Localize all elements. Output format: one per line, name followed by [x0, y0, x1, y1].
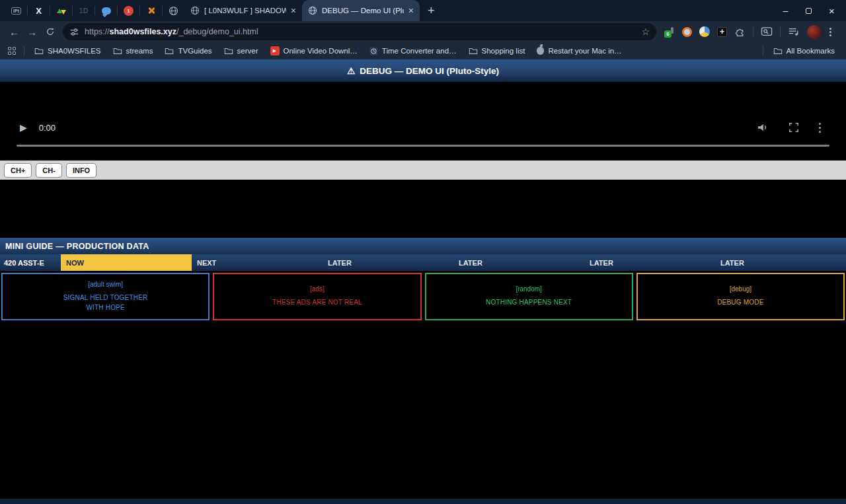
bookmark-folder-tvguides[interactable]: TVGuides [159, 44, 217, 58]
plus-extension-icon[interactable]: + [717, 27, 727, 37]
tab-debug-demo-ui[interactable]: DEBUG — Demo UI (Pluto-Style × [302, 0, 420, 21]
clock-icon [369, 47, 378, 55]
bookmark-folder-streams[interactable]: streams [107, 44, 159, 58]
maximize-icon [806, 8, 812, 14]
pinned-tab-orange-x[interactable] [140, 1, 162, 20]
channel-up-button[interactable]: CH+ [4, 163, 32, 178]
guide-slot-later-2[interactable]: LATER [453, 254, 584, 271]
close-icon[interactable]: × [408, 6, 414, 15]
video-controls: ▶ 0:00 [0, 122, 846, 133]
apps-grid-icon[interactable] [8, 47, 16, 55]
extensions-puzzle-icon[interactable] [734, 26, 746, 38]
video-progress-bar[interactable] [17, 145, 829, 147]
video-menu-icon[interactable] [819, 123, 821, 133]
bookmark-label: Time Converter and… [382, 47, 457, 55]
close-icon[interactable]: × [291, 6, 296, 15]
side-panel-search-icon[interactable] [761, 26, 773, 37]
guide-slot-later-4[interactable]: LATER [715, 254, 846, 271]
warning-icon: ⚠ [347, 65, 355, 76]
tab-shadows-files[interactable]: [ L0N3WULF ] SHADOWS' FILES × [184, 0, 302, 21]
profile-avatar[interactable] [807, 25, 821, 39]
card-tag: [adult swim] [88, 281, 123, 288]
all-bookmarks-button[interactable]: All Bookmarks [767, 44, 841, 58]
url-text[interactable]: https://shad0wsfiles.xyz/_debug/demo_ui.… [85, 27, 636, 36]
minimize-button[interactable]: – [774, 0, 797, 21]
guide-time-row: 420 ASST-E NOW NEXT LATER LATER LATER LA… [0, 254, 846, 271]
pinned-tab-red-app[interactable]: 1 [118, 1, 139, 20]
info-button[interactable]: INFO [66, 163, 96, 178]
fullscreen-icon[interactable] [788, 122, 799, 133]
apple-icon [537, 47, 544, 55]
guide-card-debug[interactable]: [debug] DEBUG MODE [636, 273, 845, 320]
bookmark-folder-shopping-list[interactable]: Shopping list [463, 44, 531, 58]
card-title-line: THESE ADS ARE NOT REAL [272, 298, 362, 308]
bookmark-label: server [237, 47, 258, 55]
browser-window: IPt X 1D 1 [ L0N3WULF ] SHADOWS' FILES × [0, 0, 846, 504]
card-tag: [ads] [310, 285, 325, 293]
bookmark-restart-mac[interactable]: Restart your Mac in… [531, 44, 627, 58]
folder-icon [469, 47, 478, 55]
url-protocol: https:// [85, 27, 110, 36]
new-tab-button[interactable]: + [428, 4, 435, 18]
bookmark-label: Restart your Mac in… [548, 47, 621, 55]
volume-icon[interactable] [757, 122, 769, 133]
tab-title: DEBUG — Demo UI (Pluto-Style [322, 7, 404, 15]
reload-icon [46, 27, 55, 36]
reload-button[interactable] [41, 23, 59, 41]
bookmark-time-converter[interactable]: Time Converter and… [364, 44, 463, 58]
channel-down-button[interactable]: CH- [36, 163, 62, 178]
pinned-tab-x[interactable]: X [28, 1, 50, 20]
banner-title: DEBUG — DEMO UI (Pluto-Style) [360, 66, 499, 76]
window-controls: – × [774, 0, 843, 21]
maximize-button[interactable] [797, 0, 820, 21]
globe-icon [169, 6, 178, 16]
pinned-tab-chat[interactable] [95, 1, 117, 20]
guide-slot-later-1[interactable]: LATER [323, 254, 453, 271]
globe-favicon [308, 6, 317, 15]
adblock-extension-icon[interactable]: 6 [666, 27, 675, 36]
guide-slot-later-3[interactable]: LATER [584, 254, 715, 271]
pinned-tab-analytics[interactable] [50, 1, 72, 20]
back-button[interactable]: ← [5, 23, 23, 41]
bookmarks-bar: SHA0WSFILES streams TVGuides server ▶ On… [0, 42, 846, 59]
bookmark-online-video-downloader[interactable]: ▶ Online Video Downl… [264, 44, 364, 58]
divider [780, 26, 781, 37]
orange-x-icon [147, 6, 156, 15]
pinned-tab-iptv[interactable]: IPt [5, 1, 27, 20]
folder-icon [113, 47, 122, 55]
card-title-line: WITH HOPE [63, 303, 148, 313]
tab-title: [ L0N3WULF ] SHADOWS' FILES [204, 7, 286, 15]
bookmark-label: Online Video Downl… [284, 47, 358, 55]
guide-card-adult-swim[interactable]: [adult swim] SIGNAL HELD TOGETHER WITH H… [1, 273, 210, 320]
bookmark-label: SHA0WSFILES [48, 47, 101, 55]
bookmark-label: streams [126, 47, 153, 55]
forward-button[interactable]: → [23, 23, 41, 41]
guide-card-random[interactable]: [random] NOTHING HAPPENS NEXT [425, 273, 633, 320]
guide-card-ads[interactable]: [ads] THESE ADS ARE NOT REAL [213, 273, 421, 320]
bookmark-star-icon[interactable]: ☆ [641, 26, 650, 37]
guide-slot-now[interactable]: NOW [61, 254, 192, 271]
pinned-tab-1d[interactable]: 1D [73, 1, 95, 20]
address-bar[interactable]: https://shad0wsfiles.xyz/_debug/demo_ui.… [63, 23, 656, 40]
pinned-tab-globe[interactable] [163, 1, 184, 20]
playlist-icon[interactable] [788, 26, 800, 37]
channel-label: 420 ASST-E [0, 254, 61, 271]
tab-strip: IPt X 1D 1 [ L0N3WULF ] SHADOWS' FILES × [0, 0, 846, 21]
card-title-line: DEBUG MODE [717, 298, 763, 308]
divider [763, 46, 763, 55]
orange-ring-extension-icon[interactable] [682, 27, 692, 37]
bookmark-folder-server[interactable]: server [218, 44, 264, 58]
divider [753, 26, 753, 37]
folder-icon [224, 47, 233, 55]
chrome-menu-button[interactable] [828, 26, 833, 38]
bookmark-folder-shadowsfiles[interactable]: SHA0WSFILES [28, 44, 107, 58]
video-downloader-icon: ▶ [270, 46, 280, 55]
color-wheel-extension-icon[interactable] [699, 26, 710, 37]
close-window-button[interactable]: × [820, 0, 843, 21]
guide-slot-next[interactable]: NEXT [192, 254, 323, 271]
folder-icon [165, 47, 174, 55]
divider [24, 46, 24, 55]
play-button[interactable]: ▶ [20, 122, 27, 133]
site-settings-icon [69, 27, 79, 37]
video-player[interactable]: ▶ 0:00 [0, 82, 846, 161]
